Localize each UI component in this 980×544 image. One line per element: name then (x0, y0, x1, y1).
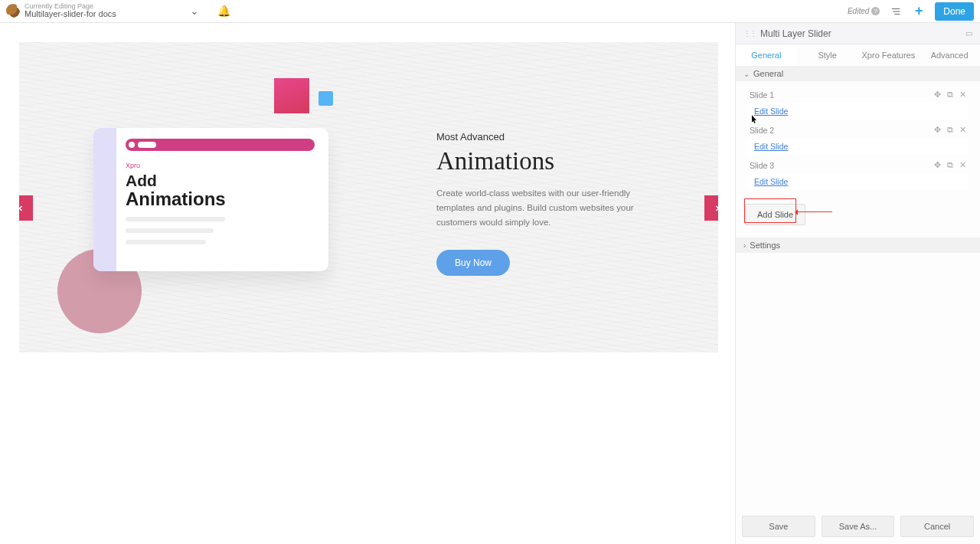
help-icon[interactable]: ? (871, 7, 880, 15)
overline: Most Advanced (436, 131, 666, 143)
edit-slide-link[interactable]: Edit Slide (748, 138, 968, 155)
page-info: Currently Editing Page Multilayer-slider… (24, 3, 116, 19)
notification-icon[interactable]: 🔔 (217, 5, 230, 17)
panel-title: Multi Layer Slider (760, 28, 831, 39)
settings-sidebar: ⋮⋮ Multi Layer Slider ▭ General Style Xp… (735, 23, 980, 544)
card-side (93, 128, 116, 271)
slider-next-button[interactable] (704, 195, 718, 221)
slide-item-3: Slide 3 ✥ ⧉ ✕ Edit Slide (748, 158, 968, 190)
move-icon[interactable]: ✥ (934, 90, 941, 100)
delete-icon[interactable]: ✕ (959, 160, 966, 170)
tab-advanced[interactable]: Advanced (919, 44, 980, 66)
workspace: Xpro Add Animations Most Advanced Animat… (0, 23, 980, 544)
outline-icon[interactable] (889, 5, 903, 18)
card-placeholder-lines (126, 217, 315, 244)
done-button[interactable]: Done (935, 2, 974, 21)
slide-header[interactable]: Slide 2 ✥ ⧉ ✕ (748, 123, 968, 137)
cancel-button[interactable]: Cancel (900, 516, 974, 537)
feature-card: Xpro Add Animations (93, 128, 328, 271)
slide-header[interactable]: Slide 1 ✥ ⧉ ✕ (748, 87, 968, 102)
chevron-down-icon: ⌄ (743, 70, 750, 78)
card-text-animations: Animations (126, 188, 315, 210)
slide-header[interactable]: Slide 3 ✥ ⧉ ✕ (748, 158, 968, 172)
card-label: Xpro (126, 162, 315, 169)
decor-square-pink (274, 78, 309, 113)
panel-footer: Save Save As... Cancel (736, 509, 980, 544)
slider-preview[interactable]: Xpro Add Animations Most Advanced Animat… (19, 42, 718, 352)
section-settings[interactable]: › Settings (736, 238, 980, 253)
edit-slide-link[interactable]: Edit Slide (748, 103, 968, 120)
save-button[interactable]: Save (742, 516, 815, 537)
panel-tabs: General Style Xpro Features Advanced (736, 44, 980, 66)
slide-text-block: Most Advanced Animations Create world-cl… (436, 131, 666, 276)
delete-icon[interactable]: ✕ (959, 90, 966, 100)
panel-header[interactable]: ⋮⋮ Multi Layer Slider ▭ (736, 23, 980, 44)
move-icon[interactable]: ✥ (934, 125, 941, 135)
slide-item-2: Slide 2 ✥ ⧉ ✕ Edit Slide (748, 123, 968, 155)
edit-slide-link[interactable]: Edit Slide (748, 173, 968, 190)
save-as-button[interactable]: Save As... (822, 516, 895, 537)
section-general[interactable]: ⌄ General (736, 66, 980, 81)
tab-xpro-features[interactable]: Xpro Features (858, 44, 920, 66)
slides-list: Slide 1 ✥ ⧉ ✕ Edit Slide Slide 2 ✥ ⧉ ✕ (736, 81, 980, 233)
edited-status: Edited ? (848, 7, 880, 15)
annotation-arrow (795, 211, 832, 212)
slide-item-1: Slide 1 ✥ ⧉ ✕ Edit Slide (748, 87, 968, 120)
move-icon[interactable]: ✥ (934, 160, 941, 170)
tab-general[interactable]: General (736, 44, 797, 66)
duplicate-icon[interactable]: ⧉ (947, 160, 953, 170)
page-dropdown-icon[interactable]: ⌄ (190, 5, 199, 17)
chevron-right-icon: › (743, 241, 746, 250)
card-bar (126, 139, 315, 151)
maximize-icon[interactable]: ▭ (965, 29, 972, 38)
canvas: Xpro Add Animations Most Advanced Animat… (0, 23, 735, 544)
tab-style[interactable]: Style (797, 44, 858, 66)
app-logo (6, 4, 20, 18)
topbar-right: Edited ? + Done (848, 2, 974, 21)
add-icon[interactable]: + (912, 5, 926, 18)
decor-square-blue (318, 91, 333, 106)
duplicate-icon[interactable]: ⧉ (947, 125, 953, 135)
card-body: Xpro Add Animations (116, 128, 328, 271)
duplicate-icon[interactable]: ⧉ (947, 90, 953, 100)
headline: Animations (436, 147, 666, 175)
card-text-add: Add (126, 172, 315, 190)
cta-button[interactable]: Buy Now (436, 250, 510, 276)
drag-handle-icon[interactable]: ⋮⋮ (743, 29, 756, 38)
top-bar: Currently Editing Page Multilayer-slider… (0, 0, 980, 23)
topbar-left: Currently Editing Page Multilayer-slider… (6, 3, 230, 19)
delete-icon[interactable]: ✕ (959, 125, 966, 135)
page-title: Multilayer-slider-for docs (24, 10, 116, 19)
paragraph: Create world-class websites with our use… (436, 186, 666, 230)
add-slide-wrap: Add Slide (745, 204, 975, 225)
slider-prev-button[interactable] (19, 195, 33, 221)
